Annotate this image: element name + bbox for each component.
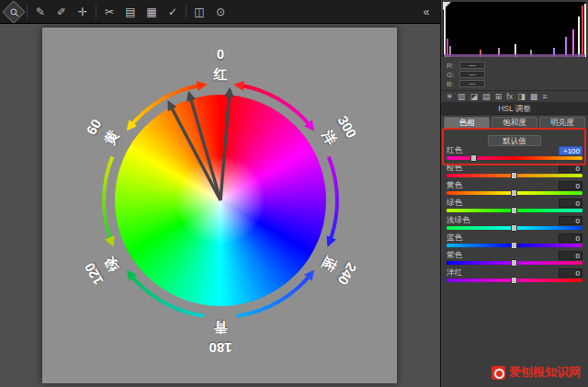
wheel-color-label: 红 (214, 66, 228, 84)
slider-value-input[interactable]: 0 (559, 164, 582, 173)
toolbar-divider (186, 5, 187, 18)
slider-label: 浅绿色 (447, 215, 470, 226)
watermark-logo-icon (492, 366, 505, 380)
slider-track[interactable] (447, 209, 582, 212)
slider-thumb[interactable] (470, 154, 477, 162)
slider-row-magenta: 洋红 0 (441, 267, 588, 284)
tab-hue[interactable]: 色相 (444, 117, 490, 129)
tab-saturation[interactable]: 饱和度 (492, 117, 537, 129)
panel-title: HSL 调整 (441, 103, 588, 115)
photo-filter-icon[interactable]: ◨ (517, 91, 526, 103)
green-channel-value: — (459, 71, 485, 78)
target-icon[interactable]: ⊙ (212, 4, 229, 20)
scissors-icon[interactable]: ✂ (101, 4, 118, 20)
slider-label: 蓝色 (447, 233, 462, 244)
slider-thumb[interactable] (511, 224, 517, 232)
zoom-tool-icon[interactable]: ⚲ (2, 0, 25, 23)
defaults-row: 默认值 (441, 131, 588, 144)
slider-track[interactable] (447, 156, 582, 160)
toolbar-divider (27, 5, 28, 18)
wheel-angle-label: 60 (83, 117, 104, 138)
red-channel-value: — (459, 62, 485, 69)
slider-track[interactable] (447, 279, 582, 282)
hue-color-wheel (115, 95, 326, 306)
slider-row-blue: 蓝色 0 (441, 232, 588, 249)
wheel-angle-label: 0 (217, 46, 224, 62)
slider-thumb[interactable] (511, 277, 517, 284)
panel-menu-icon[interactable]: ≡ (542, 91, 547, 103)
blue-channel-value: — (459, 80, 485, 87)
slider-value-input[interactable]: 0 (559, 199, 582, 208)
effects-icon[interactable]: fx (506, 91, 513, 103)
slider-value-input[interactable]: 0 (559, 251, 582, 260)
slider-thumb[interactable] (511, 189, 517, 197)
channel-mixer-icon[interactable]: ▩ (530, 91, 538, 103)
slider-thumb[interactable] (511, 207, 517, 214)
slider-thumb[interactable] (511, 242, 517, 249)
tab-lightness[interactable]: 明亮度 (539, 117, 585, 129)
slider-row-yellow: 黄色 0 (441, 179, 588, 197)
adjustment-icons-row: ☀ ▥ ◪ ▤ ⊞ fx ◨ ▩ ≡ (441, 90, 588, 103)
app-window: ⚲ ✎ ✐ ✛ ✂ ▤ ▦ ✓ ◫ ⊙ « (0, 0, 588, 387)
histogram (443, 2, 586, 57)
slider-row-green: 绿色 0 (441, 197, 588, 214)
slider-value-input[interactable]: +100 (559, 146, 582, 155)
slider-track[interactable] (447, 261, 582, 265)
slider-value-input[interactable]: 0 (559, 216, 582, 225)
note-icon[interactable]: ▤ (122, 4, 139, 20)
slider-track[interactable] (447, 174, 582, 177)
wheel-angle-label: 180 (209, 340, 232, 356)
rgb-readout: R: — G: — B: — (441, 59, 588, 90)
adjustments-panel: R: — G: — B: — ☀ ▥ ◪ ▤ ⊞ fx ◨ ▩ ≡ HSL 调整 (440, 0, 588, 387)
toolbar-divider (96, 5, 96, 18)
brightness-contrast-icon[interactable]: ☀ (446, 91, 453, 103)
slider-track[interactable] (447, 226, 582, 230)
document-image: 0 红 300 洋 240 蓝 180 青 120 绿 60 黄 (42, 28, 397, 383)
slider-value-input[interactable]: 0 (559, 181, 582, 190)
levels-icon[interactable]: ▥ (458, 91, 466, 103)
blue-channel-label: B: (447, 80, 459, 88)
slider-label: 橙色 (447, 163, 462, 174)
canvas-pasteboard: 0 红 300 洋 240 蓝 180 青 120 绿 60 黄 (0, 24, 440, 387)
eyedropper-icon[interactable]: ✎ (32, 4, 49, 20)
slider-track[interactable] (447, 191, 582, 195)
grid-icon[interactable]: ▦ (143, 4, 160, 20)
wheel-color-label: 绿 (101, 254, 123, 274)
curves-icon[interactable]: ◪ (470, 91, 479, 103)
watermark: 爱刨根知识网 (492, 364, 581, 381)
slider-thumb[interactable] (511, 172, 517, 179)
watermark-text: 爱刨根知识网 (509, 364, 581, 381)
wheel-color-label: 蓝 (318, 254, 340, 274)
color-sampler-icon[interactable]: ✐ (53, 4, 70, 20)
hsl-tabs: 色相 饱和度 明亮度 (441, 115, 588, 131)
slider-row-purple: 紫色 0 (441, 249, 588, 267)
wheel-color-label: 黄 (101, 128, 123, 148)
slider-value-input[interactable]: 0 (559, 268, 582, 278)
slider-thumb[interactable] (511, 259, 517, 267)
slider-label: 红色 (447, 145, 462, 156)
rgb-readout-row: B: — (447, 79, 582, 88)
vibrance-icon[interactable]: ⊞ (495, 91, 503, 103)
commit-icon[interactable]: ✓ (164, 4, 181, 20)
ruler-icon[interactable]: ✛ (74, 4, 91, 20)
left-column: ⚲ ✎ ✐ ✛ ✂ ▤ ▦ ✓ ◫ ⊙ « (0, 0, 440, 387)
rgb-readout-row: G: — (447, 70, 582, 79)
green-channel-label: G: (447, 71, 459, 79)
slider-label: 绿色 (447, 198, 462, 209)
options-toolbar: ⚲ ✎ ✐ ✛ ✂ ▤ ▦ ✓ ◫ ⊙ « (0, 0, 440, 24)
rgb-readout-row: R: — (447, 61, 582, 70)
exposure-icon[interactable]: ▤ (482, 91, 491, 103)
slider-row-aqua: 浅绿色 0 (441, 214, 588, 232)
hue-sliders: 红色 +100 橙色 0 黄色 0 (441, 144, 588, 284)
slider-value-input[interactable]: 0 (559, 233, 582, 243)
red-channel-label: R: (447, 62, 459, 70)
collapse-panels-icon[interactable]: « (418, 4, 435, 20)
slider-label: 紫色 (447, 250, 462, 261)
wheel-color-label: 青 (214, 318, 228, 336)
frame-icon[interactable]: ◫ (191, 4, 208, 20)
wheel-color-label: 洋 (318, 128, 340, 148)
slider-track[interactable] (447, 244, 582, 247)
slider-label: 洋红 (447, 267, 462, 279)
slider-row-red: 红色 +100 (441, 144, 588, 162)
slider-label: 黄色 (447, 180, 462, 191)
